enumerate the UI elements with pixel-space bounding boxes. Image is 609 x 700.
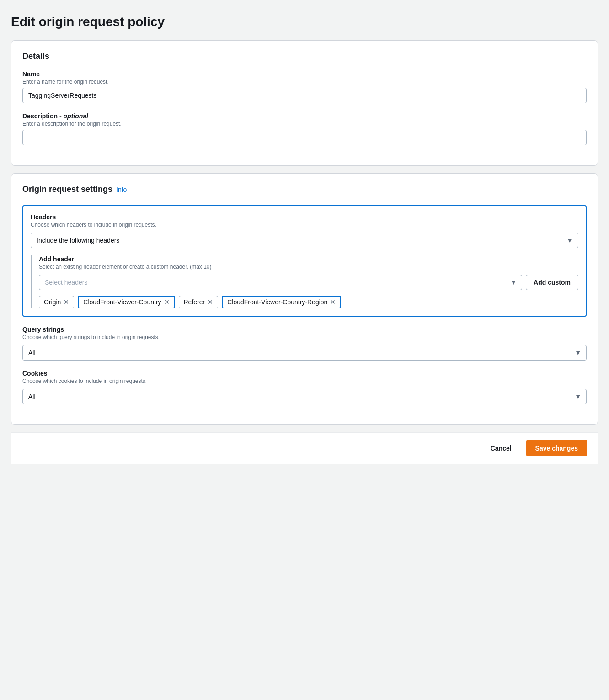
headers-box: Headers Choose which headers to include …: [22, 205, 587, 317]
cookies-label: Cookies: [22, 370, 587, 377]
headers-dropdown-wrapper: None All viewer headers Include the foll…: [31, 233, 578, 248]
tag-cloudfront-viewer-country-region: CloudFront-Viewer-Country-Region ✕: [222, 296, 341, 308]
info-link[interactable]: Info: [116, 186, 127, 193]
tag-origin-label: Origin: [44, 298, 61, 306]
query-strings-dropdown[interactable]: None All Include the following: [22, 345, 587, 361]
cancel-button[interactable]: Cancel: [483, 441, 519, 456]
details-card-title: Details: [22, 52, 587, 61]
query-strings-section: Query strings Choose which query strings…: [22, 326, 587, 361]
settings-card: Origin request settings Info Headers Cho…: [11, 173, 598, 425]
cookies-dropdown[interactable]: None All Include the following: [22, 389, 587, 404]
name-input[interactable]: [22, 88, 587, 103]
description-input[interactable]: [22, 130, 587, 145]
description-hint: Enter a description for the origin reque…: [22, 121, 587, 127]
details-card: Details Name Enter a name for the origin…: [11, 40, 598, 166]
add-header-hint: Select an existing header element or cre…: [39, 264, 578, 270]
query-strings-dropdown-wrapper: None All Include the following ▼: [22, 345, 587, 361]
settings-title-row: Origin request settings Info: [22, 185, 587, 194]
tag-referer-label: Referer: [184, 298, 205, 306]
tag-referer: Referer ✕: [179, 296, 219, 308]
tag-cloudfront-viewer-country-close[interactable]: ✕: [164, 299, 170, 305]
tag-cloudfront-viewer-country-region-close[interactable]: ✕: [330, 299, 336, 305]
name-hint: Enter a name for the origin request.: [22, 79, 587, 85]
description-field-group: Description - optional Enter a descripti…: [22, 112, 587, 145]
add-header-section: Add header Select an existing header ele…: [31, 255, 578, 308]
tag-referer-close[interactable]: ✕: [208, 299, 213, 305]
save-changes-button[interactable]: Save changes: [526, 440, 587, 456]
add-custom-button[interactable]: Add custom: [526, 275, 578, 290]
select-headers-wrapper: Select headers ▼: [39, 275, 522, 290]
cookies-hint: Choose which cookies to include in origi…: [22, 378, 587, 384]
description-optional-text: - optional: [59, 112, 88, 120]
headers-dropdown[interactable]: None All viewer headers Include the foll…: [31, 233, 578, 248]
tag-cloudfront-viewer-country: CloudFront-Viewer-Country ✕: [78, 296, 175, 308]
description-label-row: Description - optional: [22, 112, 587, 120]
tag-origin-close[interactable]: ✕: [64, 299, 69, 305]
cookies-dropdown-wrapper: None All Include the following ▼: [22, 389, 587, 404]
name-field-group: Name Enter a name for the origin request…: [22, 70, 587, 103]
page-title: Edit origin request policy: [11, 15, 598, 29]
query-strings-label: Query strings: [22, 326, 587, 333]
query-strings-hint: Choose which query strings to include in…: [22, 334, 587, 340]
headers-label: Headers: [31, 213, 578, 221]
tags-row: Origin ✕ CloudFront-Viewer-Country ✕ Ref…: [39, 296, 578, 308]
tag-cloudfront-viewer-country-region-label: CloudFront-Viewer-Country-Region: [227, 298, 327, 306]
select-headers-dropdown[interactable]: Select headers: [39, 275, 522, 290]
add-header-label: Add header: [39, 255, 578, 263]
name-label: Name: [22, 70, 587, 78]
tag-cloudfront-viewer-country-label: CloudFront-Viewer-Country: [83, 298, 161, 306]
headers-hint: Choose which headers to include in origi…: [31, 222, 578, 228]
footer: Cancel Save changes: [11, 432, 598, 464]
tag-origin: Origin ✕: [39, 296, 74, 308]
cookies-section: Cookies Choose which cookies to include …: [22, 370, 587, 404]
settings-title: Origin request settings: [22, 185, 112, 194]
select-custom-row: Select headers ▼ Add custom: [39, 275, 578, 290]
description-label-text: Description: [22, 112, 58, 120]
